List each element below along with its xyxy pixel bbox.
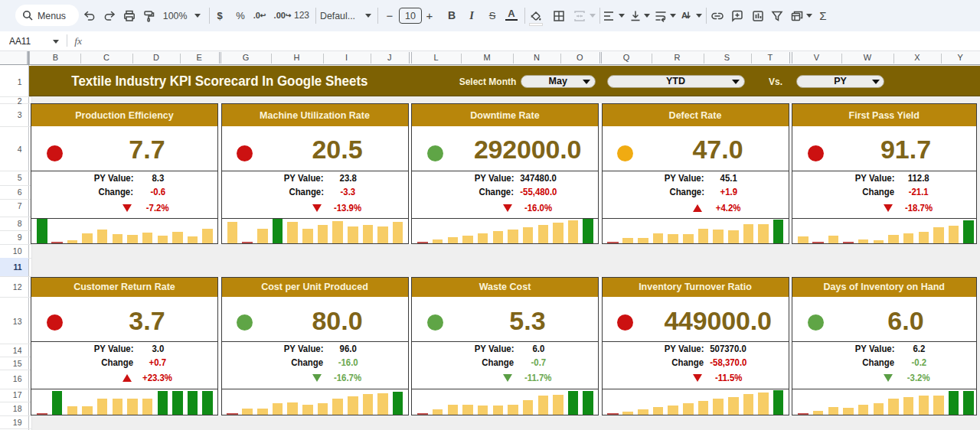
svg-text:A: A	[681, 11, 688, 20]
